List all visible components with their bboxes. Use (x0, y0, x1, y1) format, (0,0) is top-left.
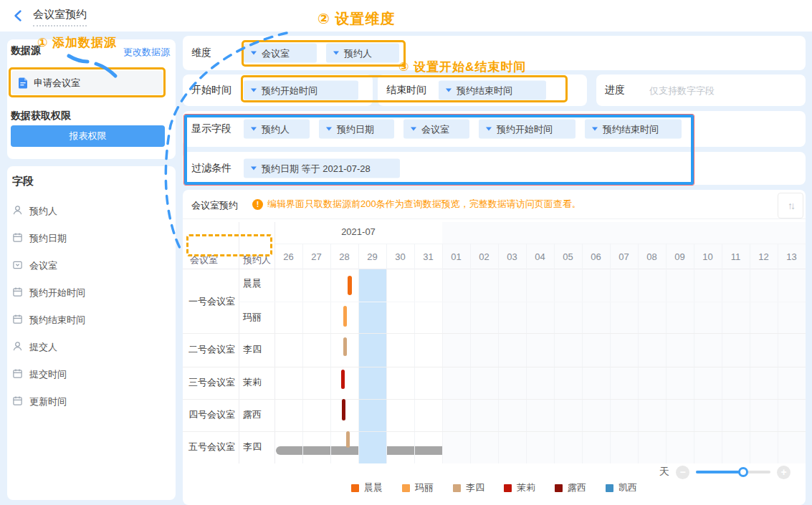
chevron-down-icon (333, 52, 339, 55)
progress-input[interactable] (648, 85, 787, 97)
date-header: 02 (470, 251, 498, 262)
display-field-tag[interactable]: 预约开始时间 (479, 120, 575, 139)
display-fields-label: 显示字段 (191, 122, 231, 135)
chevron-down-icon (486, 128, 492, 131)
today-highlight-column (358, 269, 386, 463)
legend-item[interactable]: 茉莉 (504, 481, 535, 494)
select-icon (12, 259, 23, 272)
zoom-slider-handle[interactable] (738, 467, 748, 477)
end-time-tag-wrap: 预约结束时间 (439, 81, 546, 100)
tag-label: 预约日期 等于 2021-07-28 (262, 162, 371, 175)
legend-item[interactable]: 晨晨 (351, 481, 383, 494)
tag-label: 会议室 (262, 47, 290, 59)
legend-swatch (402, 484, 410, 492)
date-header: 31 (414, 251, 442, 262)
grid-line (302, 244, 303, 463)
gantt-bar[interactable] (346, 431, 350, 448)
chevron-down-icon (411, 128, 416, 131)
start-time-tag-wrap: 预约开始时间 (244, 81, 358, 100)
end-time-tag[interactable]: 预约结束时间 (439, 81, 546, 100)
legend-label: 李四 (466, 481, 484, 494)
field-item-label: 会议室 (29, 259, 57, 272)
preview-panel: 会议室预约 ! 编辑界面只取数据源前200条作为查询数据预览，完整数据请访问页面… (183, 190, 806, 505)
legend-label: 凯西 (618, 481, 637, 494)
report-permission-button[interactable]: 报表权限 (11, 125, 165, 147)
gantt-bar[interactable] (342, 399, 345, 420)
gantt-bar[interactable] (348, 276, 352, 295)
back-icon[interactable] (11, 9, 26, 23)
row-divider (183, 431, 806, 432)
field-item[interactable]: 预约开始时间 (12, 279, 170, 307)
calendar-icon (12, 395, 23, 408)
permission-label: 数据获取权限 (11, 110, 71, 122)
legend-swatch (453, 484, 461, 492)
legend-item[interactable]: 玛丽 (402, 481, 434, 494)
gantt-bar[interactable] (343, 306, 347, 327)
field-item[interactable]: 会议室 (12, 252, 170, 279)
calendar-icon (12, 368, 23, 381)
date-header: 08 (638, 251, 666, 262)
room-label: 二号会议室 (188, 343, 235, 356)
display-fields-row: 显示字段 预约人预约日期会议室预约开始时间预约结束时间 (183, 111, 806, 147)
annotation-step1: ① 添加数据源 (37, 34, 117, 51)
legend-swatch (606, 484, 613, 492)
chevron-down-icon (251, 52, 257, 55)
dimension-tag[interactable]: 预约人 (326, 44, 399, 63)
tag-label: 预约人 (262, 122, 290, 135)
dimension-tag[interactable]: 会议室 (244, 44, 317, 63)
field-item[interactable]: 预约日期 (12, 225, 170, 252)
field-item[interactable]: 提交时间 (12, 361, 170, 388)
end-time-label: 结束时间 (386, 84, 426, 97)
display-field-tag[interactable]: 会议室 (403, 120, 469, 139)
date-header: 12 (750, 251, 778, 262)
date-header: 06 (582, 251, 610, 262)
start-time-tag[interactable]: 预约开始时间 (244, 81, 358, 100)
display-field-tag[interactable]: 预约人 (244, 120, 310, 139)
field-item-label: 预约日期 (29, 232, 67, 245)
date-header: 13 (778, 251, 806, 262)
zoom-in-button[interactable]: + (777, 466, 790, 479)
sort-button[interactable]: ↑↓ (778, 193, 803, 218)
legend-item[interactable]: 露西 (555, 481, 586, 494)
filter-condition-tag[interactable]: 预约日期 等于 2021-07-28 (244, 159, 400, 178)
person-label: 晨晨 (243, 277, 262, 290)
zoom-slider-fill (696, 471, 743, 473)
legend-item[interactable]: 凯西 (606, 481, 637, 494)
field-item[interactable]: 更新时间 (12, 388, 170, 415)
end-time-card: 结束时间 预约结束时间 (378, 74, 587, 106)
display-field-tag[interactable]: 预约结束时间 (585, 120, 682, 139)
tag-label: 预约开始时间 (497, 122, 553, 135)
date-header: 04 (526, 251, 554, 262)
dimension-label: 维度 (191, 47, 211, 59)
page-title: 会议室预约 (33, 8, 87, 27)
calendar-icon (12, 232, 23, 245)
chevron-down-icon (326, 128, 332, 131)
start-time-label: 开始时间 (191, 84, 231, 97)
field-item[interactable]: 预约人 (12, 198, 170, 225)
date-header: 09 (666, 251, 694, 262)
date-header: 26 (274, 251, 302, 262)
date-header: 11 (722, 251, 750, 262)
field-item[interactable]: 预约结束时间 (12, 307, 170, 334)
date-header: 29 (358, 251, 386, 262)
field-item[interactable]: 提交人 (12, 334, 170, 361)
datasource-item[interactable]: 申请会议室 (11, 71, 163, 95)
legend-swatch (504, 484, 512, 492)
zoom-out-button[interactable]: − (676, 466, 689, 479)
tag-label: 预约结束时间 (603, 122, 659, 135)
grid-line (694, 244, 694, 463)
progress-label: 进度 (605, 84, 625, 97)
field-item-label: 预约人 (29, 205, 57, 218)
grid-line (386, 244, 387, 463)
gantt-bar[interactable] (341, 370, 345, 389)
divider (183, 269, 806, 269)
filter-label: 过滤条件 (191, 162, 231, 175)
change-datasource-link[interactable]: 更改数据源 (123, 46, 170, 59)
datasource-panel: 数据源 更改数据源 申请会议室 数据获取权限 报表权限 (7, 39, 176, 159)
gantt-bar[interactable] (343, 337, 347, 356)
display-field-tag[interactable]: 预约日期 (319, 120, 394, 139)
room-label: 五号会议室 (188, 441, 235, 453)
zoom-slider-track[interactable] (696, 471, 770, 473)
date-header: 03 (498, 251, 526, 262)
legend-item[interactable]: 李四 (453, 481, 484, 494)
